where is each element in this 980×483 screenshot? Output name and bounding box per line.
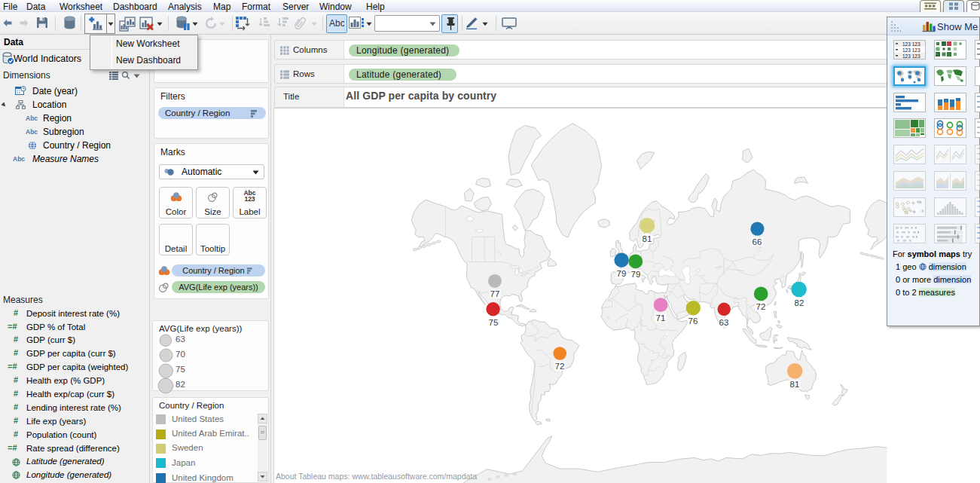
svg-text:123 123: 123 123 [902,41,920,47]
svg-text:123 123: 123 123 [902,47,920,53]
svg-text:123 123: 123 123 [902,53,920,59]
